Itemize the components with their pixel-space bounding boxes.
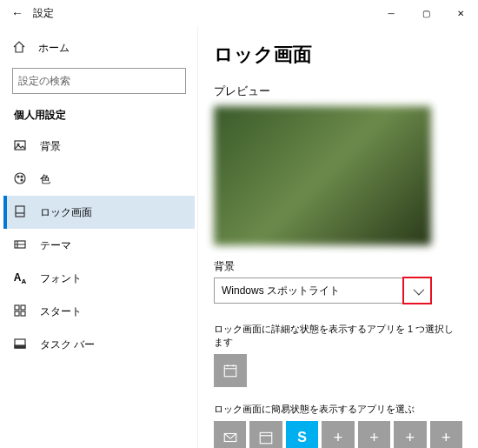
start-icon (12, 304, 28, 320)
skype-icon: S (297, 430, 307, 445)
search-placeholder: 設定の検索 (18, 74, 180, 89)
calendar-icon (222, 363, 238, 378)
svg-rect-10 (21, 305, 25, 310)
svg-rect-11 (15, 311, 19, 316)
titlebar: ← 設定 ─ ▢ ✕ (0, 0, 478, 26)
sidebar-item-label: フォント (40, 271, 82, 286)
home-icon (12, 40, 26, 57)
svg-point-3 (15, 173, 25, 184)
minimize-button[interactable]: ─ (374, 0, 408, 26)
svg-rect-17 (260, 432, 272, 443)
window-title: 設定 (30, 6, 374, 21)
svg-point-6 (21, 179, 23, 181)
sidebar-item-fonts[interactable]: AA フォント (3, 262, 195, 295)
svg-point-4 (17, 176, 19, 177)
home-label: ホーム (38, 41, 70, 56)
category-label: 個人用設定 (3, 103, 195, 130)
palette-icon (12, 171, 28, 188)
quick-status-slot-add[interactable]: + (430, 421, 462, 448)
home-link[interactable]: ホーム (3, 33, 195, 63)
quick-status-slot-add[interactable]: + (358, 421, 390, 448)
sidebar-item-start[interactable]: スタート (3, 295, 195, 328)
sidebar-item-colors[interactable]: 色 (3, 163, 195, 196)
svg-rect-7 (16, 206, 24, 217)
sidebar-item-label: 色 (40, 172, 50, 187)
picture-icon (12, 138, 28, 155)
quick-status-label: ロック画面に簡易状態を表示するアプリを選ぶ (214, 403, 462, 416)
sidebar-item-label: テーマ (40, 238, 71, 253)
lockscreen-preview (214, 106, 431, 245)
sidebar-item-label: 背景 (40, 139, 61, 154)
close-button[interactable]: ✕ (443, 0, 478, 26)
search-input[interactable]: 設定の検索 (12, 68, 186, 94)
back-button[interactable]: ← (5, 6, 30, 20)
sidebar-item-label: スタート (40, 304, 82, 319)
page-title: ロック画面 (214, 42, 462, 68)
quick-status-slot-mail[interactable] (214, 421, 246, 448)
quick-status-slot-skype[interactable]: S (286, 421, 318, 448)
taskbar-icon (12, 337, 28, 353)
sidebar-item-background[interactable]: 背景 (3, 130, 195, 163)
svg-rect-1 (15, 141, 25, 150)
detailed-status-label: ロック画面に詳細な状態を表示するアプリを 1 つ選択します (214, 323, 462, 349)
dropdown-value: Windows スポットライト (222, 284, 340, 298)
background-label: 背景 (214, 259, 462, 274)
preview-label: プレビュー (214, 84, 462, 99)
highlight-box (402, 277, 432, 304)
chevron-down-icon (404, 278, 430, 303)
maximize-button[interactable]: ▢ (408, 0, 443, 26)
detailed-status-app-slot[interactable] (214, 354, 247, 387)
theme-icon (12, 237, 28, 254)
font-icon: AA (12, 271, 28, 285)
svg-rect-9 (15, 305, 19, 310)
plus-icon: + (369, 429, 379, 447)
sidebar-item-label: ロック画面 (40, 205, 92, 220)
svg-point-5 (21, 176, 23, 177)
svg-rect-14 (15, 345, 25, 348)
quick-status-slot-add[interactable]: + (322, 421, 354, 448)
main-panel: ロック画面 プレビュー 背景 Windows スポットライト ロック画面に詳細な… (198, 26, 478, 448)
quick-status-slot-calendar[interactable] (249, 421, 282, 448)
sidebar-item-lockscreen[interactable]: ロック画面 (3, 196, 195, 229)
background-dropdown[interactable]: Windows スポットライト (214, 277, 431, 304)
svg-rect-15 (224, 365, 236, 376)
lockscreen-icon (12, 204, 28, 221)
sidebar: ホーム 設定の検索 個人用設定 背景 色 ロック画面 テーマ AA フォント (0, 26, 198, 448)
plus-icon: + (406, 429, 415, 447)
calendar-icon (258, 430, 274, 445)
sidebar-item-taskbar[interactable]: タスク バー (3, 328, 195, 361)
plus-icon: + (441, 429, 451, 447)
sidebar-item-label: タスク バー (40, 338, 95, 352)
mail-icon (222, 430, 238, 445)
sidebar-item-themes[interactable]: テーマ (3, 229, 195, 262)
plus-icon: + (334, 429, 343, 447)
quick-status-slot-add[interactable]: + (394, 421, 426, 448)
svg-rect-12 (21, 311, 25, 316)
